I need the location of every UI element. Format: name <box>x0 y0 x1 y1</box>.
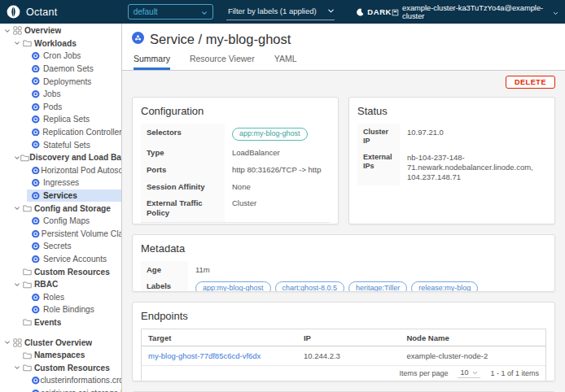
sidebar-item-events[interactable]: Events <box>0 316 121 329</box>
sidebar-item-custom-resources[interactable]: Custom Resources <box>0 361 121 374</box>
endpoint-target-link[interactable]: my-blog-ghost-77df85c6cd-vf6dx <box>142 346 297 366</box>
app-header: Octant default DARK example-cluster-ka3T… <box>0 0 565 24</box>
octant-logo-icon <box>7 5 20 19</box>
service-icon <box>132 32 144 47</box>
sidebar-item-overview[interactable]: Overview <box>0 24 121 37</box>
chevron-down-icon[interactable] <box>14 281 23 288</box>
delete-button[interactable]: DELETE <box>506 76 555 89</box>
sidebar-item-workloads[interactable]: Workloads <box>0 37 121 50</box>
sidebar-item-replication-controllers[interactable]: Replication Controllers <box>0 126 121 139</box>
metadata-card: Metadata Age11mLabelsapp:my-blog-ghostch… <box>132 234 555 292</box>
resource-icon <box>32 128 42 137</box>
sidebar-item-horizontal-pod-autoscalers[interactable]: Horizontal Pod Autoscalers <box>0 164 121 177</box>
resource-icon <box>32 141 43 149</box>
pagination-range: 1 - 1 of 1 items <box>490 369 539 377</box>
summary-row-value: app:my-blog-ghost <box>225 124 330 144</box>
summary-row-value: 10.97.21.0 <box>400 124 546 150</box>
label-tag[interactable]: chart:ghost-8.0.5 <box>275 281 345 292</box>
label-filter-input[interactable] <box>226 6 327 16</box>
tab-yaml[interactable]: YAML <box>274 54 297 70</box>
summary-row-session-affinity: Session AffinityNone <box>141 178 330 195</box>
namespace-select[interactable]: default <box>128 4 213 20</box>
label-tag[interactable]: heritage:Tiller <box>348 281 407 292</box>
sidebar-item-ingresses[interactable]: Ingresses <box>0 176 121 189</box>
summary-row-cluster-ip: Cluster IP10.97.21.0 <box>357 124 546 150</box>
endpoint-ip: 10.244.2.3 <box>297 346 400 366</box>
resource-icon <box>32 65 43 73</box>
chevron-down-icon[interactable] <box>14 364 23 371</box>
sidebar-item-config-and-storage[interactable]: Config and Storage <box>0 202 121 215</box>
folder-icon <box>23 268 34 276</box>
selector-tag[interactable]: app:my-blog-ghost <box>232 128 308 141</box>
folder-icon <box>23 204 34 212</box>
sidebar-item-services[interactable]: Services <box>0 189 121 203</box>
sidebar-item-daemon-sets[interactable]: Daemon Sets <box>0 63 121 76</box>
sidebar-item-config-maps[interactable]: Config Maps <box>0 215 121 228</box>
resource-icon <box>32 377 40 385</box>
items-per-page-label: Items per page <box>399 369 448 377</box>
items-per-page-value: 10 <box>460 368 468 377</box>
theme-toggle[interactable]: DARK <box>356 5 392 20</box>
sidebar-item-cluster-overview[interactable]: Cluster Overview <box>0 336 121 349</box>
sidebar-item-secrets[interactable]: Secrets <box>0 240 121 253</box>
sidebar-item-pods[interactable]: Pods <box>0 101 121 114</box>
chevron-down-icon[interactable] <box>14 155 20 161</box>
summary-row-label: Selectors <box>141 124 225 144</box>
chevron-down-icon[interactable] <box>327 3 335 18</box>
summary-row-selectors: Selectorsapp:my-blog-ghost <box>141 124 330 144</box>
sidebar-item-label: Role Bindings <box>43 305 94 314</box>
resource-icon <box>32 52 43 60</box>
sidebar-item-csidrivers-csi-storage-k8s-io[interactable]: csidrivers.csi.storage.k8s.io <box>0 387 121 392</box>
summary-row-value: LoadBalancer <box>225 144 330 161</box>
sidebar-item-label: Pods <box>43 102 62 111</box>
apps-icon <box>13 26 24 35</box>
tab-resource-viewer[interactable]: Resource Viewer <box>190 54 255 70</box>
content-body: DELETE Configuration Selectorsapp:my-blo… <box>122 71 565 392</box>
resource-icon <box>32 192 43 200</box>
sidebar-item-label: csidrivers.csi.storage.k8s.io <box>41 389 121 392</box>
metadata-summary-list: Age11mLabelsapp:my-blog-ghostchart:ghost… <box>141 261 546 292</box>
sidebar-item-label: Replica Sets <box>43 115 90 124</box>
sidebar-item-persistent-volume-claims[interactable]: Persistent Volume Claims <box>0 228 121 241</box>
chevron-down-icon[interactable] <box>4 28 13 34</box>
sidebar-item-label: Deployments <box>43 77 91 86</box>
summary-row-value: Cluster <box>225 195 330 222</box>
table-row: my-blog-ghost-77df85c6cd-vf6dx10.244.2.3… <box>142 346 545 366</box>
summary-row-label: Ports <box>141 161 225 178</box>
label-tag[interactable]: release:my-blog <box>411 281 478 292</box>
sidebar-item-custom-resources[interactable]: Custom Resources <box>0 265 121 278</box>
sidebar-item-namespaces[interactable]: Namespaces <box>0 349 121 362</box>
summary-row-label: Session Affinity <box>141 178 225 195</box>
sidebar-item-replica-sets[interactable]: Replica Sets <box>0 113 121 126</box>
resource-icon <box>32 255 43 264</box>
folder-icon <box>23 351 34 359</box>
moon-icon <box>356 5 364 20</box>
sidebar-item-stateful-sets[interactable]: Stateful Sets <box>0 138 121 151</box>
sidebar-item-cron-jobs[interactable]: Cron Jobs <box>0 50 121 63</box>
sidebar-item-deployments[interactable]: Deployments <box>0 75 121 88</box>
chevron-down-icon[interactable] <box>4 339 13 346</box>
sidebar-item-label: Custom Resources <box>34 364 110 372</box>
sidebar-item-rbac[interactable]: RBAC <box>0 278 121 291</box>
cluster-context-selector[interactable]: example-cluster-ka3TuTzYo4a@example-clus… <box>392 4 558 20</box>
sidebar-item-label: Jobs <box>43 89 61 98</box>
endpoint-node-name: example-cluster-node-2 <box>400 346 545 366</box>
summary-row-label: Cluster IP <box>357 124 400 150</box>
status-card-title: Status <box>357 105 546 117</box>
sidebar-item-label: Discovery and Load Balancing <box>29 153 121 162</box>
tab-summary[interactable]: Summary <box>134 54 170 70</box>
sidebar-item-service-accounts[interactable]: Service Accounts <box>0 253 121 266</box>
sidebar-item-role-bindings[interactable]: Role Bindings <box>0 303 121 316</box>
label-tag[interactable]: app:my-blog-ghost <box>195 281 271 292</box>
resource-icon <box>32 77 43 85</box>
sidebar-item-discovery-and-load-balancing[interactable]: Discovery and Load Balancing <box>0 151 121 164</box>
namespace-select-value: default <box>134 7 201 16</box>
summary-row-label: Labels <box>141 278 188 292</box>
sidebar-item-clusterinformations-crd-projec[interactable]: clusterinformations.crd.projec <box>0 374 121 387</box>
sidebar-item-roles[interactable]: Roles <box>0 290 121 303</box>
chevron-down-icon[interactable] <box>14 205 23 211</box>
sidebar-item-jobs[interactable]: Jobs <box>0 88 121 101</box>
resource-icon <box>32 230 42 238</box>
items-per-page-select[interactable]: 10 <box>458 368 480 378</box>
chevron-down-icon[interactable] <box>14 40 23 46</box>
